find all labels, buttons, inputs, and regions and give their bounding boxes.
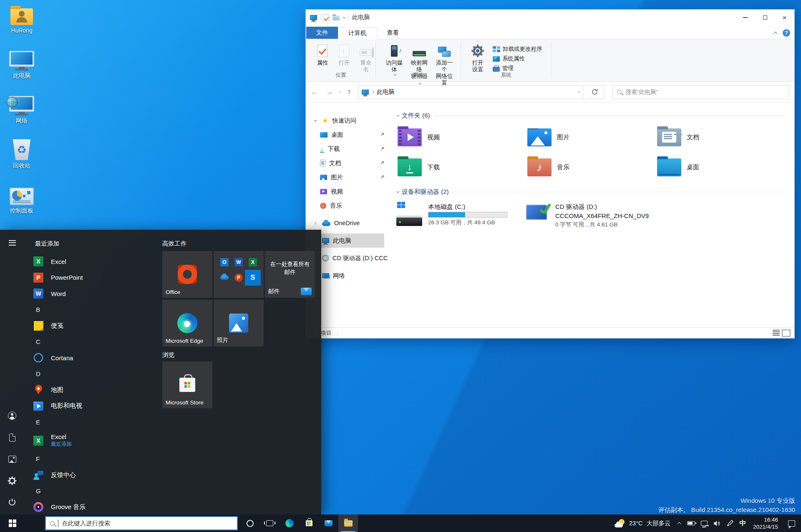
- collapse-section-chevron-icon[interactable]: [396, 114, 399, 117]
- ime-indicator[interactable]: 中: [736, 514, 749, 532]
- forward-button[interactable]: →: [323, 86, 336, 98]
- nav-videos[interactable]: 视频: [306, 184, 395, 198]
- desktop-icon-control-panel[interactable]: 控制面板: [3, 183, 41, 225]
- devices-section-header[interactable]: 设备和驱动器 (2): [396, 188, 794, 196]
- drive-d[interactable]: CD 驱动器 (D:) CCCOMA_X64FRE_ZH-CN_DV9 0 字节…: [526, 202, 714, 228]
- expand-menu-button[interactable]: [3, 233, 22, 252]
- open-button[interactable]: 打开: [333, 42, 355, 68]
- folder-documents[interactable]: 文档: [656, 125, 786, 149]
- power-button[interactable]: [3, 493, 22, 512]
- tab-view[interactable]: 查看: [377, 27, 409, 39]
- documents-button[interactable]: [3, 428, 22, 447]
- up-button[interactable]: ↑: [343, 86, 355, 98]
- back-button[interactable]: ←: [308, 86, 321, 98]
- nav-quick-access[interactable]: ★ 快速访问: [306, 113, 395, 128]
- breadcrumb-path[interactable]: 此电脑: [377, 88, 394, 96]
- letter-header-g[interactable]: G: [29, 483, 183, 499]
- collapse-ribbon-icon[interactable]: [773, 31, 778, 35]
- taskbar-search-box[interactable]: [45, 516, 238, 530]
- tile-office-apps[interactable]: O W X P S: [214, 251, 264, 298]
- folder-pictures[interactable]: 图片: [526, 125, 656, 149]
- app-item-feedback-hub[interactable]: 反馈中心: [29, 467, 183, 483]
- app-item-maps[interactable]: 地图: [29, 382, 183, 398]
- minimize-button[interactable]: [736, 10, 755, 25]
- app-item-excel-recent[interactable]: X Excel 最近添加: [29, 430, 183, 451]
- chevron-down-icon[interactable]: [314, 118, 317, 121]
- action-center-button[interactable]: [782, 514, 801, 532]
- volume-button[interactable]: [710, 514, 724, 532]
- tile-mail[interactable]: 在一处查看所有邮件 邮件: [265, 251, 315, 298]
- network-button[interactable]: [698, 514, 710, 532]
- desktop-icon-hurong[interactable]: HuRong: [3, 3, 41, 45]
- nav-onedrive[interactable]: OneDrive: [306, 216, 395, 230]
- address-bar[interactable]: 此电脑: [358, 85, 583, 99]
- pictures-button[interactable]: [3, 449, 22, 469]
- app-item-movies-tv[interactable]: 电影和电视: [29, 398, 183, 414]
- nav-downloads[interactable]: ↓ 下载: [306, 142, 395, 156]
- user-account-button[interactable]: [3, 406, 22, 425]
- mail-taskbar-button[interactable]: [319, 514, 338, 532]
- customize-qat-chevron-icon[interactable]: [343, 15, 345, 18]
- app-item-groove-music[interactable]: Groove 音乐: [29, 499, 183, 514]
- properties-button[interactable]: 属性: [312, 42, 333, 68]
- edge-taskbar-button[interactable]: [280, 514, 299, 532]
- hidden-icons-button[interactable]: [675, 514, 684, 532]
- task-view-button[interactable]: [260, 514, 280, 532]
- nav-desktop[interactable]: 桌面: [306, 128, 395, 142]
- desktop-icon-recycle-bin[interactable]: ♻ 回收站: [3, 138, 41, 180]
- uninstall-button[interactable]: 卸载或更改程序: [490, 45, 545, 53]
- tile-office[interactable]: Office: [162, 251, 212, 298]
- store-taskbar-button[interactable]: [299, 514, 319, 532]
- app-item-sticky-notes[interactable]: 便笺: [29, 318, 183, 334]
- properties-qat-icon[interactable]: [323, 14, 330, 21]
- nav-pictures[interactable]: 图片: [306, 170, 395, 184]
- app-item-excel[interactable]: X Excel: [29, 253, 183, 270]
- app-item-cortana[interactable]: Cortana: [29, 350, 183, 366]
- tile-edge[interactable]: Microsoft Edge: [162, 300, 212, 346]
- tile-photos[interactable]: 照片: [214, 300, 264, 346]
- titlebar[interactable]: 此电脑 ×: [306, 10, 794, 25]
- breadcrumb-chevron-icon[interactable]: [371, 90, 374, 93]
- tab-file[interactable]: 文件: [306, 27, 338, 39]
- details-view-icon[interactable]: [773, 330, 780, 336]
- letter-header-b[interactable]: B: [29, 302, 183, 318]
- cortana-button[interactable]: [240, 514, 260, 532]
- folder-music[interactable]: ♪ 音乐: [526, 156, 656, 179]
- settings-button[interactable]: [3, 471, 22, 490]
- close-button[interactable]: ×: [775, 10, 794, 25]
- recent-locations-chevron-icon[interactable]: [338, 90, 341, 93]
- letter-header-d[interactable]: D: [29, 366, 183, 382]
- maximize-button[interactable]: [755, 10, 775, 25]
- open-settings-button[interactable]: 打开 设置: [467, 42, 489, 75]
- rename-button[interactable]: 重命名: [355, 42, 377, 75]
- pen-button[interactable]: [724, 514, 736, 532]
- tab-computer[interactable]: 计算机: [338, 27, 377, 39]
- manage-button[interactable]: 管理: [490, 64, 545, 73]
- refresh-button[interactable]: [586, 85, 604, 99]
- letter-header-e[interactable]: E: [29, 414, 183, 430]
- drive-c[interactable]: 本地磁盘 (C:) 26.3 GB 可用，共 49.4 GB: [396, 202, 526, 228]
- taskbar-search-input[interactable]: [62, 520, 233, 527]
- explorer-search-input[interactable]: [626, 89, 785, 95]
- help-icon[interactable]: ?: [783, 29, 790, 37]
- battery-button[interactable]: [684, 514, 698, 532]
- address-dropdown-chevron-icon[interactable]: [577, 90, 580, 93]
- folders-section-header[interactable]: 文件夹 (6): [396, 112, 794, 120]
- desktop-icon-this-pc[interactable]: 此电脑: [3, 48, 41, 90]
- letter-header-f[interactable]: F: [29, 451, 183, 467]
- app-item-powerpoint[interactable]: P PowerPoint: [29, 270, 183, 286]
- add-network-location-button[interactable]: 添加一个 网络位置: [432, 42, 457, 88]
- app-item-word[interactable]: W Word: [29, 286, 183, 302]
- clock[interactable]: 16:46 2021/4/15: [749, 516, 782, 530]
- folder-videos[interactable]: 视频: [396, 125, 526, 149]
- collapse-section-chevron-icon[interactable]: [396, 190, 399, 193]
- file-explorer-taskbar-button[interactable]: [338, 514, 358, 532]
- desktop-icon-network[interactable]: 网络: [3, 93, 41, 135]
- folder-desktop[interactable]: 桌面: [656, 156, 786, 179]
- start-button[interactable]: [0, 514, 25, 532]
- nav-documents[interactable]: 文档: [306, 156, 395, 170]
- letter-header-c[interactable]: C: [29, 334, 183, 350]
- large-icons-view-icon[interactable]: [782, 330, 790, 336]
- tile-store[interactable]: Microsoft Store: [162, 361, 212, 408]
- weather-widget[interactable]: 23°C 大部多云: [610, 514, 675, 532]
